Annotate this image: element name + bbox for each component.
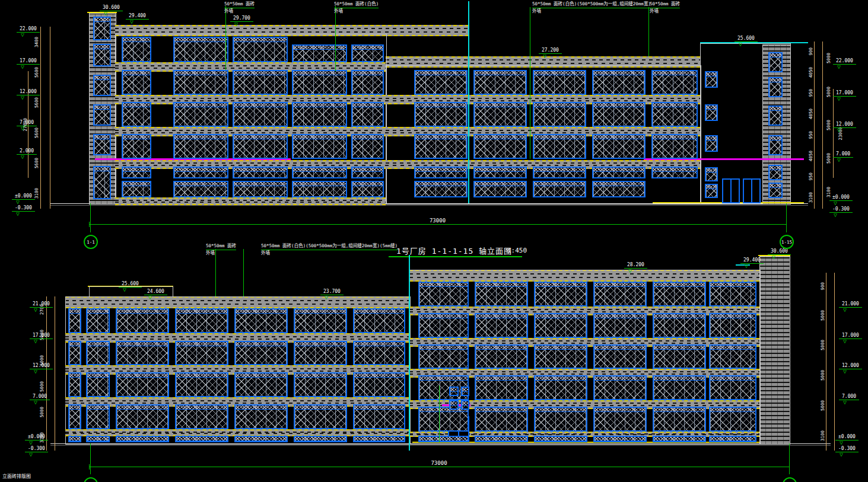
- window: [294, 372, 347, 397]
- dim-number: 5000: [820, 310, 825, 321]
- window: [234, 372, 288, 397]
- window: [651, 102, 698, 127]
- window: [173, 167, 228, 178]
- window: [93, 75, 111, 96]
- elevation-triangle-icon: ▽: [123, 288, 126, 292]
- elevation-value: 24.600: [144, 289, 167, 295]
- elevation-top-1-1-to-1-15-spandrel-base: [115, 197, 386, 205]
- window: [473, 181, 527, 197]
- window: [768, 52, 783, 72]
- window: [534, 344, 587, 369]
- elevation-value: -0.300: [12, 205, 35, 212]
- annotation-line: 外墙: [261, 250, 398, 256]
- elevation-value: 22.000: [17, 26, 40, 33]
- dim-chain-numbers: 9004050950405095040509503100: [807, 42, 814, 209]
- dim-chain-numbers: 340056005600560056003100: [33, 27, 40, 209]
- window: [534, 436, 587, 442]
- window: [292, 70, 347, 95]
- elevation-marker: 29.400▽: [740, 257, 764, 268]
- window: [475, 282, 528, 307]
- elevation-value: 23.700: [320, 289, 344, 295]
- leader-line: [225, 6, 226, 70]
- window: [533, 70, 586, 95]
- annotation-line: 50*50mm 面砖: [224, 1, 255, 8]
- dim-number: 3100: [820, 430, 825, 441]
- leader-line: [243, 249, 244, 296]
- elevation-triangle-icon: ▽: [543, 54, 546, 58]
- window: [294, 436, 347, 442]
- elevation-top-1-1-to-1-15-door-1: [722, 178, 740, 203]
- window: [593, 313, 647, 338]
- elevation-marker: 12.000▽: [17, 89, 40, 100]
- annotation-line: 50*50mm 面砖(白色)(500*500mm为一组,组间缝20mm宽)(5m…: [261, 243, 398, 250]
- dim-number: 950: [808, 89, 813, 97]
- window: [292, 167, 347, 178]
- window: [116, 372, 169, 397]
- elevation-triangle-icon: ▽: [843, 339, 847, 343]
- elevation-triangle-icon: ▽: [837, 65, 841, 69]
- dim-tick: [89, 222, 90, 227]
- elevation-value: 2.000: [17, 148, 37, 155]
- elevation-triangle-icon: ▽: [628, 269, 632, 273]
- window: [653, 375, 706, 400]
- window: [651, 134, 698, 159]
- elevation-triangle-icon: ▽: [21, 95, 24, 100]
- window: [353, 341, 405, 365]
- elevation-value: 21.000: [30, 301, 53, 308]
- window: [292, 134, 347, 159]
- window: [294, 308, 347, 333]
- dim-number: 5000: [820, 400, 825, 411]
- window: [116, 341, 169, 365]
- elevation-value: 17.000: [17, 58, 40, 65]
- elevation-value: -0.300: [835, 446, 859, 452]
- annotation-line: 外墙: [206, 250, 236, 256]
- window: [175, 341, 228, 365]
- window: [651, 167, 698, 178]
- window: [475, 313, 528, 338]
- window: [473, 70, 527, 95]
- elevation-value: 7.000: [839, 394, 859, 400]
- window: [173, 102, 228, 127]
- dim-number: 950: [808, 131, 813, 139]
- dim-number: 5000: [820, 340, 825, 350]
- elevation-triangle-icon: ▽: [34, 308, 37, 312]
- elevation-marker: 7.000▽: [833, 151, 853, 162]
- elevation-triangle-icon: ▽: [840, 452, 843, 457]
- elevation-value: -0.300: [25, 446, 48, 452]
- elevation-triangle-icon: ▽: [21, 155, 24, 159]
- elevation-value: ±0.000: [835, 434, 859, 440]
- window: [414, 134, 468, 159]
- window: [351, 167, 384, 178]
- window: [418, 436, 469, 442]
- elevation-triangle-icon: ▽: [745, 264, 748, 268]
- window: [351, 102, 384, 127]
- elevation-marker: 22.000▽: [833, 58, 856, 69]
- window: [593, 282, 647, 307]
- window: [93, 44, 111, 66]
- leader-line: [786, 203, 787, 232]
- dim-number: 5000: [820, 370, 825, 381]
- window: [122, 134, 151, 159]
- dim-number: 4050: [808, 151, 813, 161]
- elevation-marker: -0.300▽: [835, 446, 859, 457]
- dim-tick: [89, 464, 90, 470]
- annotation-line: 外墙: [532, 8, 651, 14]
- leader-line: [439, 385, 440, 442]
- dim-chain-line: [822, 42, 823, 209]
- window: [233, 70, 288, 95]
- window: [768, 106, 783, 126]
- elevation-marker: 25.600▽: [735, 36, 758, 46]
- window: [414, 167, 468, 178]
- elevation-triangle-icon: ▽: [34, 369, 37, 374]
- window: [418, 313, 469, 338]
- window: [473, 102, 527, 127]
- elevation-marker: -0.300▽: [829, 206, 853, 217]
- elevation-triangle-icon: ▽: [21, 33, 24, 37]
- dim-number: 5600: [34, 158, 39, 168]
- window: [294, 341, 347, 365]
- elevation-marker: 30.600▽: [100, 5, 123, 15]
- dim-tick: [786, 222, 787, 227]
- window: [122, 70, 151, 95]
- window: [292, 44, 347, 62]
- dim-number: 5000: [826, 87, 831, 97]
